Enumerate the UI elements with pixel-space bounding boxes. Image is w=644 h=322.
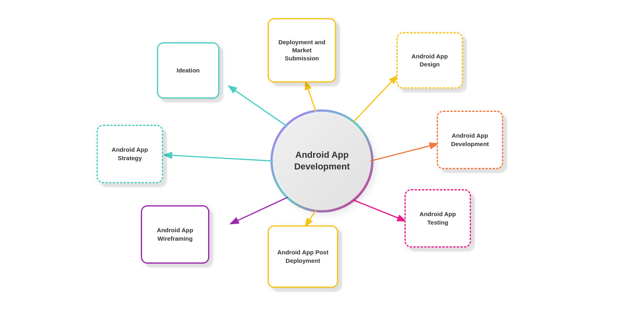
svg-line-8 — [165, 155, 274, 161]
svg-line-4 — [370, 144, 437, 161]
center-circle-text: Android App Development — [294, 149, 350, 172]
node-android-app-design: Android App Design — [396, 32, 463, 89]
diagram-container: Android App Development Ideation Deploym… — [0, 0, 644, 322]
svg-line-3 — [353, 76, 396, 122]
node-android-app-testing: Android App Testing — [405, 189, 471, 248]
svg-line-6 — [306, 210, 316, 225]
node-deployment-market: Deployment and Market Submission — [268, 18, 336, 83]
svg-line-5 — [353, 200, 405, 221]
node-android-app-wireframing: Android App Wireframing — [141, 205, 209, 264]
svg-line-7 — [231, 197, 288, 223]
node-ideation: Ideation — [157, 42, 219, 99]
node-android-app-development: Android App Development — [437, 111, 503, 169]
svg-line-2 — [306, 83, 316, 112]
svg-line-1 — [229, 87, 288, 127]
node-android-app-strategy: Android App Strategy — [97, 125, 163, 183]
center-circle: Android App Development — [274, 113, 370, 209]
node-android-app-post-deployment: Android App Post Deployment — [268, 225, 338, 288]
